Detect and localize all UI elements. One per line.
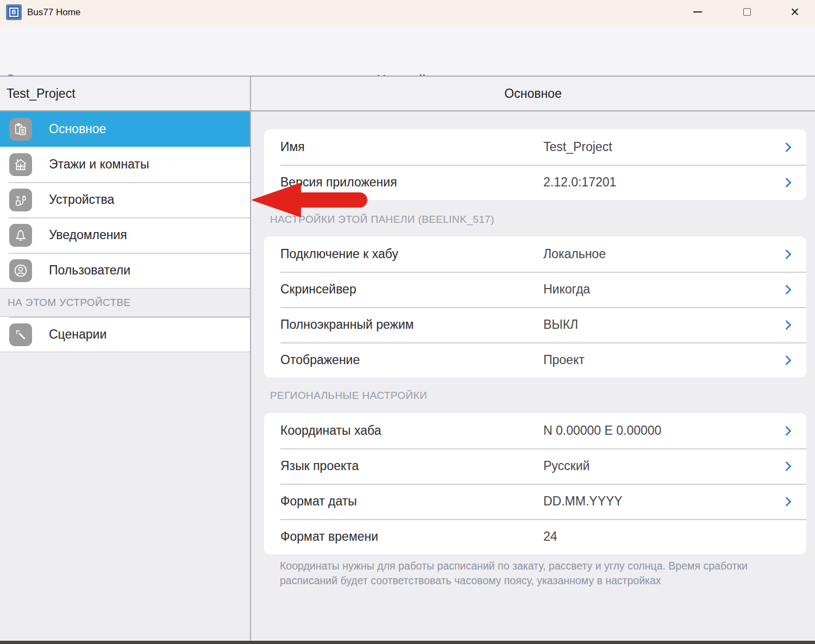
row-date-format[interactable]: Формат даты DD.MM.YYYY	[264, 484, 806, 519]
row-value: Русский	[543, 459, 590, 473]
sidebar: Основное Этажи и комнаты	[0, 111, 250, 352]
row-time-format[interactable]: Формат времени 24	[264, 519, 806, 554]
sidebar-item-scenarios[interactable]: Сценарии	[0, 317, 250, 352]
row-value: 24	[543, 529, 557, 544]
row-label: Версия приложения	[280, 175, 397, 190]
row-screensaver[interactable]: Скринсейвер Никогда	[264, 272, 806, 307]
sidebar-section-on-this-device: НА ЭТОМ УСТРОЙСТВЕ	[0, 288, 250, 317]
window-title: Bus77 Home	[27, 0, 80, 25]
settings-card-general: Имя Test_Project Версия приложения 2.12.…	[264, 129, 806, 200]
sidebar-item-label: Уведомления	[49, 228, 127, 242]
row-label: Полноэкранный режим	[280, 317, 414, 332]
sidebar-item-label: Пользователи	[49, 263, 130, 278]
settings-card-regional: Координаты хаба N 0.00000 E 0.00000 Язык…	[264, 413, 806, 554]
maximize-button[interactable]	[735, 0, 760, 24]
minimize-icon	[693, 11, 702, 12]
chevron-right-icon	[781, 496, 791, 506]
chevron-right-icon	[781, 461, 791, 471]
taskbar-edge	[0, 641, 815, 644]
row-label: Формат времени	[280, 529, 378, 544]
page-title: Основное	[251, 77, 815, 110]
row-value: ВЫКЛ	[543, 317, 578, 332]
sidebar-item-notifications[interactable]: Уведомления	[0, 217, 250, 253]
section-regional-settings: РЕГИОНАЛЬНЫЕ НАСТРОЙКИ	[270, 388, 759, 403]
row-hub-connection[interactable]: Подключение к хабу Локальное	[264, 236, 806, 272]
row-label: Координаты хаба	[280, 423, 381, 438]
row-project-language[interactable]: Язык проекта Русский	[264, 448, 806, 484]
row-value: N 0.00000 E 0.00000	[543, 423, 661, 438]
close-window-button[interactable]: ×	[782, 0, 807, 24]
chevron-right-icon	[781, 284, 791, 294]
sidebar-divider	[250, 77, 251, 641]
sidebar-item-label: Устройства	[49, 192, 114, 207]
row-name[interactable]: Имя Test_Project	[264, 129, 806, 165]
row-app-version[interactable]: Версия приложения 2.12.0:17201	[264, 165, 806, 200]
minimize-button[interactable]	[685, 0, 710, 24]
project-name-header: Test_Project	[0, 77, 250, 110]
chevron-right-icon	[781, 355, 791, 365]
row-value: 2.12.0:17201	[543, 175, 616, 190]
row-label: Скринсейвер	[280, 282, 356, 297]
chevron-right-icon	[781, 249, 791, 259]
devices-icon	[9, 189, 32, 211]
row-value: Test_Project	[543, 140, 612, 154]
chevron-right-icon	[781, 177, 791, 187]
coordinates-footnote: Координаты нужны для работы расписаний п…	[280, 559, 796, 588]
row-label: Имя	[280, 140, 305, 154]
row-fullscreen-mode[interactable]: Полноэкранный режим ВЫКЛ	[264, 307, 806, 342]
scenarios-wand-icon	[9, 323, 32, 346]
row-value: Проект	[543, 353, 585, 367]
row-label: Формат даты	[280, 494, 357, 509]
app-logo-icon: B	[6, 4, 22, 20]
floors-rooms-icon	[9, 153, 32, 176]
sidebar-item-users[interactable]: Пользователи	[0, 253, 250, 288]
sidebar-item-label: Сценарии	[49, 327, 106, 342]
sidebar-item-devices[interactable]: Устройства	[0, 182, 250, 217]
chevron-right-icon	[781, 320, 791, 329]
chevron-right-icon	[781, 142, 791, 152]
chevron-right-icon	[781, 426, 791, 435]
section-panel-settings: НАСТРОЙКИ ЭТОЙ ПАНЕЛИ (BEELINK_517)	[270, 212, 759, 227]
settings-header: Закрыть Настройки	[0, 25, 815, 76]
sidebar-item-label: Этажи и комнаты	[49, 157, 149, 172]
settings-card-panel: Подключение к хабу Локальное Скринсейвер…	[264, 236, 806, 378]
maximize-icon	[743, 8, 751, 16]
clipboard-icon	[9, 118, 32, 141]
row-label: Язык проекта	[280, 459, 359, 473]
users-icon	[9, 259, 32, 282]
row-value: DD.MM.YYYY	[543, 494, 623, 509]
row-hub-coordinates[interactable]: Координаты хаба N 0.00000 E 0.00000	[264, 413, 806, 448]
notifications-bell-icon	[9, 224, 32, 247]
window-titlebar: B Bus77 Home ×	[0, 0, 815, 25]
row-label: Подключение к хабу	[280, 247, 398, 261]
sidebar-item-floors-rooms[interactable]: Этажи и комнаты	[0, 147, 250, 182]
close-icon: ×	[791, 5, 799, 20]
row-value: Локальное	[543, 247, 606, 261]
row-label: Отображение	[280, 353, 360, 367]
row-display-mode[interactable]: Отображение Проект	[264, 342, 806, 378]
sidebar-item-label: Основное	[49, 122, 106, 136]
sidebar-item-general[interactable]: Основное	[0, 111, 250, 147]
row-value: Никогда	[543, 282, 590, 297]
